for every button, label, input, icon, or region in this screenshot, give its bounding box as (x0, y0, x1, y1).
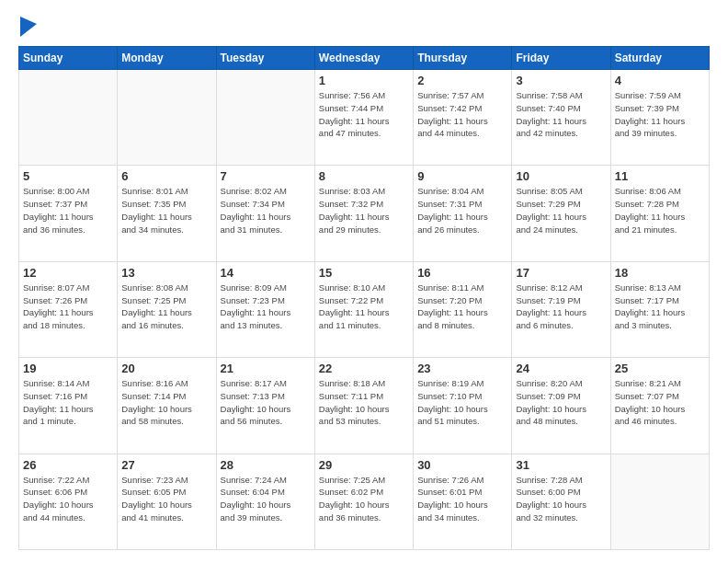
calendar-cell (610, 454, 709, 549)
calendar-cell: 12Sunrise: 8:07 AMSunset: 7:26 PMDayligh… (19, 261, 118, 357)
day-info-line: and 3 minutes. (615, 320, 672, 330)
day-info-line: Daylight: 10 hours (221, 500, 291, 510)
day-info-line: Daylight: 11 hours (417, 212, 488, 222)
day-info: Sunrise: 8:11 AMSunset: 7:20 PMDaylight:… (417, 282, 507, 332)
day-info-line: Sunrise: 8:12 AM (516, 282, 582, 293)
day-info-line: and 41 minutes. (121, 512, 184, 523)
day-info: Sunrise: 7:26 AMSunset: 6:01 PMDaylight:… (417, 474, 507, 524)
calendar-header-wednesday: Wednesday (314, 47, 413, 70)
calendar-cell (216, 70, 314, 166)
day-info-line: Sunset: 7:09 PM (516, 391, 580, 401)
day-info-line: and 34 minutes. (417, 512, 480, 523)
day-number: 17 (516, 266, 606, 280)
calendar-cell: 6Sunrise: 8:01 AMSunset: 7:35 PMDaylight… (118, 166, 216, 261)
day-number: 8 (319, 169, 409, 183)
day-info-line: Sunrise: 7:23 AM (121, 475, 188, 485)
day-info-line: Sunrise: 8:17 AM (221, 378, 287, 388)
calendar-cell: 30Sunrise: 7:26 AMSunset: 6:01 PMDayligh… (414, 454, 512, 549)
day-info-line: Sunset: 7:13 PM (221, 391, 285, 401)
day-info: Sunrise: 7:56 AMSunset: 7:44 PMDaylight:… (319, 89, 409, 140)
day-info-line: and 39 minutes. (221, 512, 283, 523)
day-info-line: Daylight: 10 hours (417, 404, 488, 414)
day-info-line: Sunset: 7:26 PM (23, 295, 87, 305)
day-info-line: Daylight: 10 hours (319, 500, 390, 510)
day-info-line: Sunset: 7:40 PM (516, 103, 580, 113)
day-number: 3 (516, 74, 606, 87)
calendar-header-sunday: Sunday (19, 47, 118, 70)
day-info-line: and 46 minutes. (615, 416, 677, 426)
day-info-line: Sunset: 7:20 PM (417, 295, 482, 305)
day-info-line: Sunset: 7:17 PM (615, 295, 679, 305)
day-info-line: Sunrise: 7:28 AM (516, 475, 582, 485)
day-info-line: and 51 minutes. (417, 416, 480, 426)
day-info: Sunrise: 8:05 AMSunset: 7:29 PMDaylight:… (516, 185, 606, 236)
day-number: 2 (417, 74, 507, 87)
day-info-line: Daylight: 11 hours (615, 116, 686, 126)
day-number: 20 (121, 362, 211, 375)
day-info-line: Daylight: 10 hours (615, 404, 686, 414)
day-info-line: and 29 minutes. (319, 224, 381, 235)
day-number: 23 (417, 362, 507, 375)
day-number: 31 (516, 458, 606, 472)
day-info-line: Sunrise: 8:16 AM (121, 378, 188, 388)
calendar-week-5: 26Sunrise: 7:22 AMSunset: 6:06 PMDayligh… (19, 454, 710, 549)
header (18, 17, 710, 37)
day-info-line: Sunset: 7:07 PM (615, 391, 679, 401)
day-info: Sunrise: 8:18 AMSunset: 7:11 PMDaylight:… (319, 377, 409, 428)
calendar-week-1: 1Sunrise: 7:56 AMSunset: 7:44 PMDaylight… (19, 70, 710, 166)
day-info-line: Sunrise: 8:01 AM (121, 186, 188, 196)
day-number: 24 (516, 362, 606, 375)
day-info-line: Sunset: 7:16 PM (23, 391, 87, 401)
day-info-line: and 24 minutes. (516, 224, 578, 235)
day-info: Sunrise: 7:23 AMSunset: 6:05 PMDaylight:… (121, 474, 211, 524)
day-info-line: Daylight: 11 hours (319, 307, 390, 317)
day-info-line: Daylight: 10 hours (121, 404, 192, 414)
day-info-line: and 8 minutes. (417, 320, 474, 330)
calendar-cell: 3Sunrise: 7:58 AMSunset: 7:40 PMDaylight… (512, 70, 610, 166)
calendar-header-row: SundayMondayTuesdayWednesdayThursdayFrid… (19, 47, 710, 70)
day-info-line: and 44 minutes. (23, 512, 85, 523)
day-info-line: Sunrise: 8:06 AM (615, 186, 681, 196)
day-info-line: Daylight: 10 hours (23, 500, 94, 510)
day-info-line: Sunset: 7:29 PM (516, 199, 580, 209)
day-info: Sunrise: 8:02 AMSunset: 7:34 PMDaylight:… (221, 185, 311, 236)
calendar-cell: 5Sunrise: 8:00 AMSunset: 7:37 PMDaylight… (19, 166, 118, 261)
day-info: Sunrise: 8:08 AMSunset: 7:25 PMDaylight:… (121, 282, 211, 332)
day-info-line: Sunrise: 8:21 AM (615, 378, 681, 388)
day-info-line: Sunset: 7:31 PM (417, 199, 482, 209)
calendar-header-monday: Monday (118, 47, 216, 70)
day-info-line: and 42 minutes. (516, 128, 578, 138)
day-info-line: and 56 minutes. (221, 416, 283, 426)
day-info-line: and 32 minutes. (516, 512, 578, 523)
day-info: Sunrise: 8:12 AMSunset: 7:19 PMDaylight:… (516, 282, 606, 332)
logo (18, 17, 37, 37)
day-info: Sunrise: 7:25 AMSunset: 6:02 PMDaylight:… (319, 474, 409, 524)
day-info-line: Daylight: 11 hours (516, 307, 586, 317)
day-info: Sunrise: 8:10 AMSunset: 7:22 PMDaylight:… (319, 282, 409, 332)
day-info-line: Sunrise: 8:11 AM (417, 282, 483, 293)
calendar-cell: 7Sunrise: 8:02 AMSunset: 7:34 PMDaylight… (216, 166, 314, 261)
day-info-line: Sunrise: 8:05 AM (516, 186, 582, 196)
day-info-line: Sunrise: 8:09 AM (221, 282, 287, 293)
day-number: 28 (221, 458, 311, 472)
day-info: Sunrise: 8:21 AMSunset: 7:07 PMDaylight:… (615, 377, 705, 428)
calendar-cell: 8Sunrise: 8:03 AMSunset: 7:32 PMDaylight… (314, 166, 413, 261)
day-info: Sunrise: 8:06 AMSunset: 7:28 PMDaylight:… (615, 185, 705, 236)
calendar-week-4: 19Sunrise: 8:14 AMSunset: 7:16 PMDayligh… (19, 358, 710, 454)
day-info-line: Daylight: 10 hours (516, 500, 586, 510)
day-info: Sunrise: 7:24 AMSunset: 6:04 PMDaylight:… (221, 474, 311, 524)
day-number: 11 (615, 169, 705, 183)
day-number: 26 (23, 458, 113, 472)
day-info-line: Sunrise: 8:07 AM (23, 282, 89, 293)
day-info-line: and 31 minutes. (221, 224, 283, 235)
calendar-cell: 14Sunrise: 8:09 AMSunset: 7:23 PMDayligh… (216, 261, 314, 357)
day-info-line: Sunset: 6:02 PM (319, 487, 383, 497)
day-info-line: Sunrise: 7:24 AM (221, 475, 287, 485)
day-info-line: Daylight: 10 hours (221, 404, 291, 414)
calendar-cell: 13Sunrise: 8:08 AMSunset: 7:25 PMDayligh… (118, 261, 216, 357)
day-info-line: Sunset: 7:11 PM (319, 391, 383, 401)
day-info-line: Daylight: 11 hours (221, 307, 291, 317)
day-info: Sunrise: 8:14 AMSunset: 7:16 PMDaylight:… (23, 377, 113, 428)
day-info-line: and 39 minutes. (615, 128, 677, 138)
day-info: Sunrise: 7:57 AMSunset: 7:42 PMDaylight:… (417, 89, 507, 140)
